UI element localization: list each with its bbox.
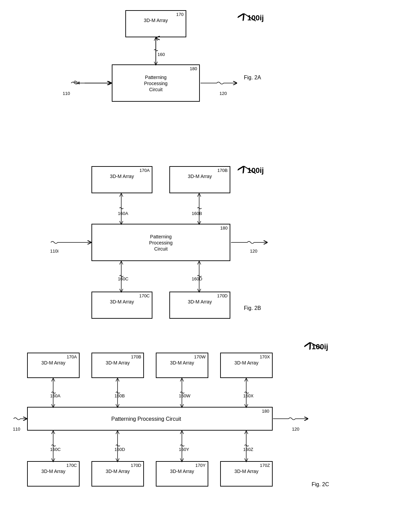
box-180-2c: Patterning Processing Circuit 180 xyxy=(27,407,273,431)
box-180-2a-num: 180 xyxy=(190,66,197,71)
box-170w-2c: 170W 3D-M Array xyxy=(156,353,208,378)
box-170y-2c: 170Y 3D-M Array xyxy=(156,461,208,487)
label-160a-2c: 160A xyxy=(50,393,60,398)
box-170a-2b-num: 170A xyxy=(140,168,150,173)
box-170x-2c: 170X 3D-M Array xyxy=(220,353,273,378)
label-160c-2b: 160C xyxy=(118,276,128,281)
label-110-2c: 110 xyxy=(13,427,20,432)
box-170b-2c-num: 170B xyxy=(131,355,141,359)
box-180-2c-label: Patterning Processing Circuit xyxy=(30,416,262,423)
fig2c-label: Fig. 2C xyxy=(312,481,329,488)
box-180-2b-num: 180 xyxy=(220,226,228,230)
fig2b-label: Fig. 2B xyxy=(244,305,261,311)
label-160x-2c: 160X xyxy=(243,393,253,398)
box-170c-2b-label: 3D-M Array xyxy=(94,299,150,305)
box-170z-2c-num: 170Z xyxy=(260,463,270,468)
box-170d-2b: 170D 3D-M Array xyxy=(169,292,230,319)
box-170z-2c-label: 3D-M Array xyxy=(223,468,270,474)
label-120-2b: 120 xyxy=(250,249,257,254)
box-180-2b-label: PatterningProcessingCircuit xyxy=(94,234,228,252)
box-170w-2c-label: 3D-M Array xyxy=(159,360,206,366)
box-170: 170 3D-M Array xyxy=(125,10,186,37)
label-120-2a: 120 xyxy=(219,91,227,96)
fig2a-main-label: 100ij xyxy=(247,14,264,22)
fig2c-main-label: 100ij xyxy=(312,342,328,351)
box-170a-2b-label: 3D-M Array xyxy=(94,173,150,179)
box-170c-2c-num: 170C xyxy=(66,463,77,468)
fig2a-label: Fig. 2A xyxy=(244,75,261,81)
label-160z-2c: 160Z xyxy=(243,447,253,452)
box-170d-2c: 170D 3D-M Array xyxy=(91,461,144,487)
box-170b-2c-label: 3D-M Array xyxy=(94,360,141,366)
box-170w-2c-num: 170W xyxy=(194,355,206,359)
box-170z-2c: 170Z 3D-M Array xyxy=(220,461,273,487)
label-160d-2b: 160D xyxy=(192,276,202,281)
box-180-2a-label: PatterningProcessingCircuit xyxy=(114,74,197,93)
box-170c-2c: 170C 3D-M Array xyxy=(27,461,80,487)
label-120-2c: 120 xyxy=(292,427,299,432)
box-170b-2b: 170B 3D-M Array xyxy=(169,166,230,193)
label-160w-2c: 160W xyxy=(179,393,190,398)
box-180-2a: 180 PatterningProcessingCircuit xyxy=(112,64,200,102)
box-170c-2b-num: 170C xyxy=(139,294,150,298)
label-110i-2b: 110i xyxy=(50,249,59,254)
box-170d-2b-label: 3D-M Array xyxy=(172,299,228,305)
label-160d-2c: 160D xyxy=(114,447,125,452)
box-170b-2c: 170B 3D-M Array xyxy=(91,353,144,378)
box-170x-2c-num: 170X xyxy=(260,355,270,359)
box-170y-2c-num: 170Y xyxy=(195,463,206,468)
label-160-2a: 160 xyxy=(158,52,165,57)
box-170c-2b: 170C 3D-M Array xyxy=(91,292,152,319)
box-170-label: 3D-M Array xyxy=(128,17,184,23)
box-170y-2c-label: 3D-M Array xyxy=(159,468,206,474)
box-170c-2c-label: 3D-M Array xyxy=(30,468,77,474)
label-160y-2c: 160Y xyxy=(179,447,189,452)
fig2b-main-label: 100ij xyxy=(247,166,264,175)
box-170a-2b: 170A 3D-M Array xyxy=(91,166,152,193)
box-170d-2b-num: 170D xyxy=(217,294,228,298)
label-110-2a: 110 xyxy=(63,91,70,96)
label-160c-2c: 160C xyxy=(50,447,61,452)
box-180-2c-num: 180 xyxy=(262,409,269,413)
box-170-num: 170 xyxy=(176,12,184,17)
box-170b-2b-label: 3D-M Array xyxy=(172,173,228,179)
box-170a-2c: 170A 3D-M Array xyxy=(27,353,80,378)
box-170x-2c-label: 3D-M Array xyxy=(223,360,270,366)
box-170d-2c-num: 170D xyxy=(131,463,141,468)
box-170a-2c-num: 170A xyxy=(67,355,77,359)
diagram-area: 170 3D-M Array 180 PatterningProcessingC… xyxy=(0,0,420,514)
box-170d-2c-label: 3D-M Array xyxy=(94,468,141,474)
box-170a-2c-label: 3D-M Array xyxy=(30,360,77,366)
label-160a-2b: 160A xyxy=(118,211,128,216)
box-170b-2b-num: 170B xyxy=(217,168,228,173)
label-160b-2b: 160B xyxy=(192,211,202,216)
box-180-2b: 180 PatterningProcessingCircuit xyxy=(91,224,230,261)
label-160b-2c: 160B xyxy=(114,393,125,398)
